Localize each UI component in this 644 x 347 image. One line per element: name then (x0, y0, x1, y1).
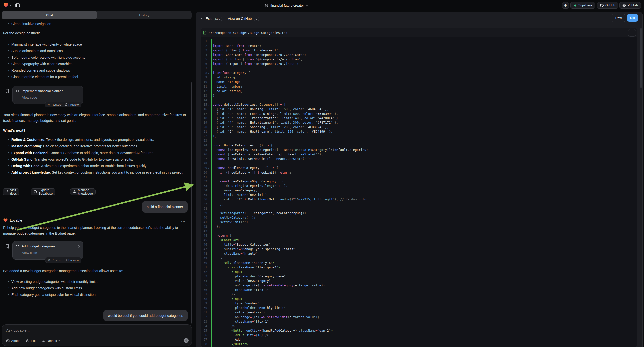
code-editor[interactable]: 12import React from 'react';3import { Pl… (201, 39, 637, 346)
code-line: 37 }; (201, 202, 637, 206)
code-line: 48 className="h-auto" (201, 252, 637, 256)
github-label: GitHub (606, 4, 615, 7)
chevron-left-icon[interactable] (201, 18, 203, 20)
line-number: 48 (201, 252, 207, 256)
view-code-link[interactable]: View code (13, 251, 83, 258)
line-number: 4 (201, 52, 207, 57)
bookmark-icon[interactable] (6, 244, 9, 249)
fold-chevron-icon[interactable]: ⌄ (208, 143, 209, 148)
feature-bullet-list: •View existing budget categories with th… (6, 278, 189, 298)
code-line: 42 }; (201, 224, 637, 229)
preview-button[interactable]: Preview (64, 259, 79, 262)
line-number: 36 (201, 197, 207, 202)
code-line: 58 <Input (201, 297, 637, 301)
line-number: 61 (201, 310, 207, 315)
line-number: 5 (201, 57, 207, 62)
line-number: 46 (201, 242, 207, 247)
code-line: 26 const [newCategory, setNewCategory] =… (201, 152, 637, 156)
fold-chevron-icon[interactable]: ⌄ (208, 102, 209, 107)
send-button[interactable] (184, 338, 189, 343)
line-number: 49 (201, 256, 207, 260)
line-number: 18 (201, 116, 207, 120)
version-card-implement-financial-planner[interactable]: Implement financial planner View code (12, 86, 83, 104)
code-line: 50 <div className="space-y-6"> (201, 260, 637, 265)
manage-knowledge-button[interactable]: Manage knowledge (70, 188, 96, 195)
line-number: 6 (201, 62, 207, 66)
list-item: •Clean typography with clear hierarchies (6, 61, 189, 67)
line-number: 58 (201, 297, 207, 301)
assistant-name: Lovable (10, 218, 22, 222)
project-caret-down-icon (306, 5, 308, 6)
view-code-link[interactable]: View code (13, 96, 83, 102)
code-line: 20 { id: '5', name: 'Shopping', limit: 2… (201, 125, 637, 130)
code-scrollbar[interactable] (640, 28, 642, 88)
project-switcher[interactable]: financial-future-creator (265, 2, 308, 8)
sliders-icon (42, 339, 45, 342)
fold-chevron-icon[interactable]: ⌄ (208, 179, 209, 184)
publish-globe-icon (622, 4, 626, 7)
raw-toggle-button[interactable]: Raw (612, 14, 625, 22)
list-item: •Subtle animations and transitions (6, 48, 189, 54)
restore-button[interactable]: ↺ Restore (48, 103, 62, 106)
composer-placeholder[interactable]: Ask Lovable... (6, 328, 30, 332)
edit-button[interactable]: Edit (26, 339, 36, 342)
line-number: 68 (201, 342, 207, 346)
github-button[interactable]: GitHub (597, 2, 618, 9)
file-header[interactable]: src/components/budget/BudgetCategories.t… (201, 28, 637, 37)
code-line: 13} (201, 93, 637, 98)
publish-button[interactable]: Publish (619, 2, 641, 9)
tab-history[interactable]: History (97, 11, 192, 20)
code-line: 8⌄interface Category { (201, 71, 637, 75)
line-number: 23 (201, 138, 207, 143)
gear-icon: ⚙ (564, 4, 567, 7)
visit-docs-button[interactable]: Visit docs (3, 188, 20, 195)
code-line: 17 { id: '2', name: 'Food & Dining', lim… (201, 112, 637, 116)
line-number: 15 (201, 102, 207, 107)
preview-button[interactable]: Preview (64, 103, 79, 106)
settings-button[interactable]: ⚙ (562, 2, 569, 9)
code-line: 21 { id: '6', name: 'Healthcare', limit:… (201, 130, 637, 134)
list-item: •Rounded corners and subtle shadows (6, 67, 189, 74)
message-more-icon[interactable]: ••• (181, 219, 186, 223)
exit-button[interactable]: Exit (206, 17, 211, 21)
line-number: 37 (201, 202, 207, 206)
line-number: 42 (201, 224, 207, 229)
code-line: 41 setNewLimit(''); (201, 220, 637, 224)
line-number: 9 (201, 75, 207, 80)
code-line: 63 className="flex-1" (201, 319, 637, 324)
code-line: 46 title="Budget Categories" (201, 242, 637, 247)
line-number: 31 (201, 175, 207, 179)
view-on-github-button[interactable]: View on GitHub (228, 17, 252, 21)
fold-chevron-icon[interactable]: ⌄ (208, 71, 209, 75)
line-number: 59 (201, 301, 207, 306)
supabase-label: Supabase (578, 4, 592, 7)
line-number: 50 (201, 260, 207, 265)
tab-chat[interactable]: Chat (2, 11, 97, 20)
chat-scrollbar[interactable] (191, 82, 192, 324)
lovable-logo-icon[interactable] (4, 3, 8, 8)
restore-button[interactable]: ↺ Restore (48, 258, 62, 262)
supabase-button[interactable]: Supabase (570, 2, 595, 9)
chat-composer[interactable]: Ask Lovable... Attach Edit Default (2, 324, 192, 346)
mode-select[interactable]: Default (42, 339, 60, 342)
line-number: 55 (201, 283, 207, 288)
version-card-add-budget-categories[interactable]: Add budget categories View code (12, 241, 83, 260)
sidebar-toggle-icon[interactable] (16, 3, 20, 8)
line-number: 60 (201, 306, 207, 310)
code-line: 14 (201, 98, 637, 102)
diff-toggle-button[interactable]: Diff (627, 14, 638, 22)
code-line: 60 placeholder="Monthly limit" (201, 306, 637, 310)
collapse-file-button[interactable] (628, 29, 636, 36)
bookmark-icon[interactable] (6, 89, 9, 93)
line-number: 17 (201, 112, 207, 116)
chat-panel: Chat History • Clean, intuitive navigati… (0, 11, 194, 347)
explore-supabase-button[interactable]: Explore Supabase (31, 188, 55, 195)
logo-caret-down-icon[interactable] (10, 4, 12, 6)
line-number: 45 (201, 238, 207, 242)
code-line: 9 id: string; (201, 75, 637, 80)
line-number: 56 (201, 288, 207, 292)
code-line: 36 color: '#' + Math.floor(Math.random()… (201, 197, 637, 202)
project-name: financial-future-creator (270, 4, 304, 8)
fold-chevron-icon[interactable]: ⌄ (208, 166, 209, 170)
attach-button[interactable]: Attach (6, 339, 20, 342)
